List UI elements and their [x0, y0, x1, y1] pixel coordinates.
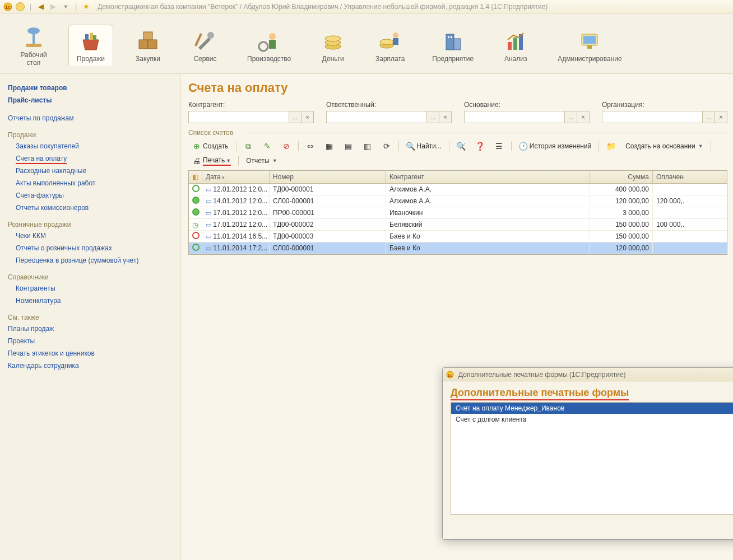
- settings-button[interactable]: ☰: [491, 140, 508, 152]
- copy-button[interactable]: ⧉: [240, 140, 257, 152]
- create-based-button[interactable]: Создать на основании ▼: [621, 140, 707, 152]
- col-paid[interactable]: Оплачено: [653, 171, 684, 183]
- section-salary[interactable]: Зарплата: [368, 25, 412, 66]
- nav-link[interactable]: Отчеты комиссионеров: [8, 202, 174, 214]
- table-row[interactable]: ▭ 11.01.2014 17:2...СЛ00-000001Баев и Ко…: [189, 242, 727, 254]
- svg-rect-9: [148, 40, 157, 49]
- find-button[interactable]: 🔍 Найти...: [402, 140, 446, 152]
- date-cell: ▭ 14.01.2012 12:0...: [202, 196, 270, 206]
- section-purchases[interactable]: Закупки: [126, 25, 170, 66]
- clear-button[interactable]: ×: [715, 111, 727, 123]
- section-enterprise[interactable]: Предприятие: [425, 25, 481, 66]
- history-dropdown[interactable]: ▼: [61, 2, 70, 11]
- section-label: Зарплата: [375, 55, 405, 63]
- separator: |: [75, 3, 77, 11]
- list-item[interactable]: Счет с долгом клиента: [451, 414, 733, 425]
- section-label: Предприятие: [432, 55, 474, 63]
- section-money[interactable]: Деньги: [310, 25, 355, 66]
- table-row[interactable]: ▭ 11.01.2014 16:5...ТД00-000003Баев и Ко…: [189, 231, 727, 242]
- nav-link[interactable]: Чеки ККМ: [8, 230, 174, 242]
- nav-link[interactable]: Переоценка в рознице (суммовой учет): [8, 254, 174, 267]
- select-button[interactable]: ...: [427, 111, 439, 123]
- status-cell: [189, 242, 202, 254]
- nav-link[interactable]: Расходные накладные: [8, 165, 174, 177]
- date-range-button[interactable]: ▦: [321, 140, 338, 152]
- folder-button[interactable]: 📁: [602, 140, 619, 152]
- section-label: Сервис: [193, 55, 216, 63]
- swap-icon: ⇔: [306, 142, 315, 151]
- clear-filter-button[interactable]: 🔍̸: [453, 140, 470, 152]
- col-counterparty[interactable]: Контрагент: [386, 171, 590, 183]
- table-row[interactable]: ◷▭ 17.01.2012 12:0...ТД00-000002Белявски…: [189, 219, 727, 231]
- document-icon: ▭: [206, 198, 211, 204]
- help-button[interactable]: ❓: [472, 140, 489, 152]
- folder-icon: 📁: [606, 142, 615, 151]
- select-button[interactable]: ...: [703, 111, 715, 123]
- nav-link[interactable]: Продажи товаров: [8, 82, 174, 94]
- reports-button[interactable]: Отчеты ▼: [242, 155, 281, 167]
- mode1-button[interactable]: ▤: [340, 140, 357, 152]
- col-sum[interactable]: Сумма: [590, 171, 653, 183]
- section-desktop[interactable]: Рабочий стол: [11, 21, 56, 70]
- dialog-titlebar[interactable]: 1c Дополнительные печатные формы (1С:Пре…: [443, 368, 733, 381]
- col-number[interactable]: Номер: [270, 171, 386, 183]
- table-row[interactable]: ▭ 14.01.2012 12:0...СЛ00-000001Алхимов А…: [189, 195, 727, 207]
- clear-button[interactable]: ×: [577, 111, 590, 123]
- section-production[interactable]: Производство: [240, 25, 298, 66]
- filter-input-responsible[interactable]: [326, 111, 427, 123]
- refresh-button[interactable]: ⟳: [378, 140, 395, 152]
- list-item[interactable]: Счет на оплату Менеджер_Иванов: [451, 403, 733, 414]
- filter-label: Контрагент:: [188, 101, 314, 109]
- nav-link-invoices[interactable]: Счета на оплату: [8, 152, 174, 165]
- nav-link[interactable]: Планы продаж: [8, 323, 174, 335]
- nav-link[interactable]: Заказы покупателей: [8, 140, 174, 152]
- svg-point-21: [393, 32, 398, 38]
- create-label: Создать: [203, 142, 229, 150]
- history-label: История изменений: [530, 142, 591, 150]
- table-row[interactable]: ▭ 17.01.2012 12:0...ПР00-000001Иваночкин…: [189, 207, 727, 219]
- nav-link[interactable]: Контрагенты: [8, 282, 174, 295]
- favorites-icon[interactable]: ★: [82, 2, 91, 11]
- section-sales[interactable]: Продажи: [68, 25, 113, 66]
- nav-link[interactable]: Печать этикеток и ценников: [8, 347, 174, 360]
- col-date[interactable]: Дата: [202, 171, 270, 183]
- edit-button[interactable]: ✎: [259, 140, 276, 152]
- delete-button[interactable]: ⊘: [278, 140, 295, 152]
- history-button[interactable]: 🕑 История изменений: [515, 140, 595, 152]
- table-row[interactable]: ▭ 12.01.2012 12:0...ТД00-000001Алхимов А…: [189, 184, 727, 195]
- dropdown-circle-icon[interactable]: [16, 2, 25, 11]
- print-forms-list[interactable]: Счет на оплату Менеджер_ИвановСчет с дол…: [451, 402, 733, 515]
- filter-input-counterparty[interactable]: [188, 111, 289, 123]
- back-button[interactable]: ◀: [36, 2, 45, 11]
- section-service[interactable]: Сервис: [183, 25, 228, 66]
- section-tabs: Рабочий стол Продажи Закупки Сервис Прои…: [0, 13, 733, 74]
- swap-button[interactable]: ⇔: [302, 140, 319, 152]
- clear-button[interactable]: ×: [301, 111, 314, 123]
- col-marker[interactable]: ◧: [189, 171, 202, 183]
- counterparty-cell: Баев и Ко: [386, 243, 590, 253]
- number-cell: СЛ00-000001: [270, 243, 386, 253]
- filter-input-basis[interactable]: [464, 111, 565, 123]
- section-admin[interactable]: Администрирование: [550, 25, 629, 66]
- app-logo-icon: 1c: [3, 2, 12, 11]
- page-title: Счета на оплату: [188, 81, 727, 95]
- nav-link[interactable]: Номенклатура: [8, 295, 174, 307]
- nav-link[interactable]: Прайс-листы: [8, 94, 174, 106]
- nav-link[interactable]: Счета-фактуры: [8, 189, 174, 202]
- nav-link[interactable]: Календарь сотрудника: [8, 360, 174, 372]
- mode2-button[interactable]: ▥: [359, 140, 376, 152]
- select-button[interactable]: ...: [289, 111, 301, 123]
- clear-button[interactable]: ×: [439, 111, 452, 123]
- nav-link[interactable]: Отчеты по продажам: [8, 112, 174, 124]
- shopping-basket-icon: [78, 29, 103, 53]
- nav-link[interactable]: Акты выполненных работ: [8, 177, 174, 189]
- print-button[interactable]: 🖨 Печать▼: [188, 155, 235, 167]
- nav-link[interactable]: Отчеты о розничных продажах: [8, 242, 174, 254]
- section-analysis[interactable]: Анализ: [493, 25, 538, 66]
- forward-button[interactable]: ▶: [49, 2, 58, 11]
- filter-input-organization[interactable]: [602, 111, 703, 123]
- select-button[interactable]: ...: [565, 111, 577, 123]
- create-button[interactable]: ⊕ Создать: [188, 140, 233, 152]
- printer-icon: 🖨: [192, 156, 201, 165]
- nav-link[interactable]: Проекты: [8, 335, 174, 347]
